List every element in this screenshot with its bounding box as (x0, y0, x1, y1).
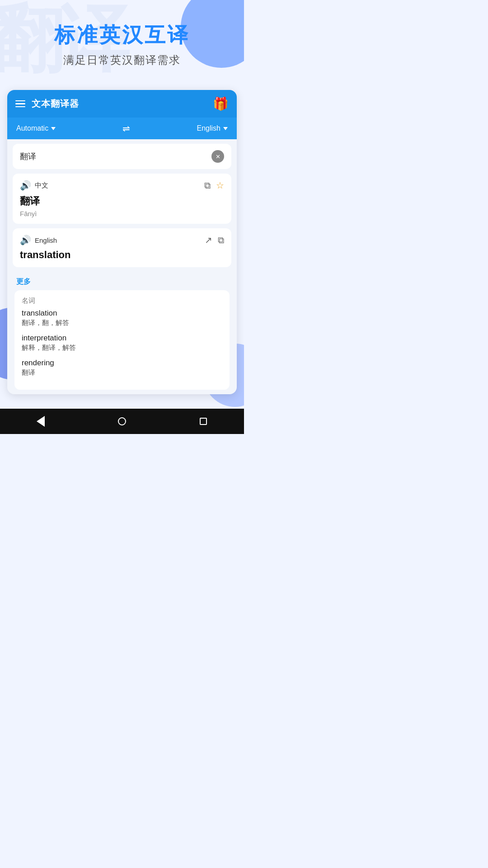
english-translation-text: translation (20, 249, 224, 261)
target-language-button[interactable]: English (197, 124, 228, 132)
clear-input-button[interactable] (211, 150, 224, 163)
swap-languages-button[interactable]: ⇌ (122, 123, 130, 134)
word-group-interpretation: interpretation 解释，翻译，解答 (22, 334, 222, 352)
input-text[interactable]: 翻译 (20, 151, 211, 162)
app-title: 文本翻译器 (32, 98, 79, 110)
chinese-pinyin: Fānyì (20, 210, 224, 217)
source-language-button[interactable]: Automatic (16, 124, 56, 132)
target-language-label: English (197, 124, 221, 132)
english-card-header: 🔊 English ↗ ⧉ (20, 235, 224, 245)
recent-apps-icon (200, 418, 207, 425)
word-chinese-2: 解释，翻译，解答 (22, 344, 222, 352)
open-external-button[interactable]: ↗ (205, 235, 212, 245)
header-left: 文本翻译器 (15, 98, 79, 110)
hero-section: 标准英汉互译 满足日常英汉翻译需求 (0, 0, 244, 81)
noun-label: 名词 (22, 297, 222, 305)
more-card: 名词 translation 翻译，翻，解答 interpretation 解释… (14, 290, 230, 390)
copy-english-button[interactable]: ⧉ (218, 235, 224, 245)
hamburger-line-1 (15, 100, 25, 102)
back-button[interactable] (32, 412, 50, 430)
word-chinese-3: 翻译 (22, 368, 222, 377)
app-container: 文本翻译器 🎁 Automatic ⇌ English 翻译 (7, 90, 237, 394)
home-button[interactable] (113, 412, 131, 430)
chinese-card-header: 🔊 中文 ⧉ ☆ (20, 180, 224, 191)
favorite-button[interactable]: ☆ (216, 180, 224, 191)
english-card-lang-left: 🔊 English (20, 235, 57, 245)
chinese-translation-text: 翻译 (20, 194, 224, 208)
english-audio-icon[interactable]: 🔊 (20, 235, 31, 245)
chinese-audio-icon[interactable]: 🔊 (20, 180, 31, 191)
word-english-1: translation (22, 309, 222, 318)
menu-button[interactable] (15, 100, 25, 108)
main-content: 翻译 🔊 中文 ⧉ ☆ 翻译 Fānyì (7, 139, 237, 394)
recent-apps-button[interactable] (194, 412, 212, 430)
english-card-actions: ↗ ⧉ (205, 235, 224, 245)
hero-title: 标准英汉互译 (9, 23, 235, 47)
more-section: 更多 名词 translation 翻译，翻，解答 interpretation… (13, 272, 231, 390)
english-translation-card: 🔊 English ↗ ⧉ translation (13, 228, 231, 267)
app-header: 文本翻译器 🎁 (7, 90, 237, 118)
input-card: 翻译 (13, 144, 231, 169)
copy-chinese-button[interactable]: ⧉ (204, 180, 211, 191)
chinese-translation-card: 🔊 中文 ⧉ ☆ 翻译 Fānyì (13, 174, 231, 224)
word-chinese-1: 翻译，翻，解答 (22, 319, 222, 327)
chinese-card-lang-left: 🔊 中文 (20, 180, 48, 191)
english-lang-label: English (35, 236, 57, 244)
word-group-rendering: rendering 翻译 (22, 359, 222, 377)
more-label: 更多 (14, 274, 230, 290)
word-group-translation: translation 翻译，翻，解答 (22, 309, 222, 327)
chinese-card-actions: ⧉ ☆ (204, 180, 224, 191)
source-lang-arrow-icon (51, 127, 56, 130)
hero-subtitle: 满足日常英汉翻译需求 (9, 53, 235, 67)
chinese-lang-label: 中文 (35, 181, 48, 190)
word-english-3: rendering (22, 359, 222, 368)
bottom-nav (0, 409, 244, 434)
gift-icon[interactable]: 🎁 (213, 96, 229, 111)
target-lang-arrow-icon (223, 127, 228, 130)
hamburger-line-3 (15, 106, 25, 108)
language-bar: Automatic ⇌ English (7, 118, 237, 139)
word-english-2: interpretation (22, 334, 222, 343)
hamburger-line-2 (15, 103, 25, 104)
source-language-label: Automatic (16, 124, 48, 132)
home-icon (118, 417, 126, 425)
back-icon (37, 416, 45, 427)
